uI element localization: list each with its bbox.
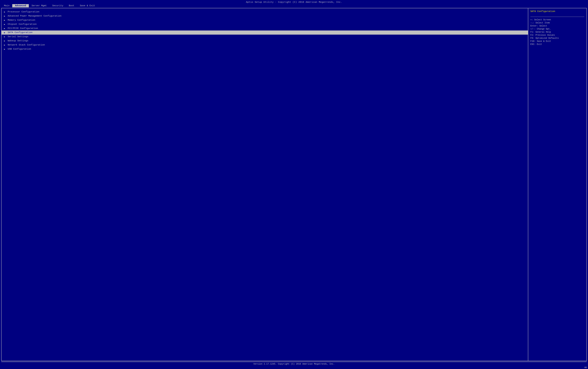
menu-item-processor-config[interactable]: ▶Processor Configuration	[1, 10, 528, 14]
menu-item-label: Chipset Configuration	[8, 23, 37, 26]
arrow-icon: ▶	[4, 23, 6, 26]
arrow-icon: ▶	[4, 11, 6, 13]
menu-item-wakeup-settings[interactable]: ▶Wakeup Settings	[1, 39, 528, 43]
tab-bar: MainAdvancedServer MgmtSecurityBootSave …	[0, 4, 588, 7]
menu-item-label: USB Configuration	[8, 48, 31, 50]
menu-item-usb-config[interactable]: ▶USB Configuration	[1, 47, 528, 51]
help-line: F2: Previous Values	[530, 34, 584, 36]
arrow-icon: ▶	[4, 15, 6, 17]
tab-advanced[interactable]: Advanced	[12, 4, 29, 7]
menu-item-label: Network Stack Configuration	[8, 44, 45, 46]
menu-item-label: Memory Configuration	[8, 19, 35, 21]
menu-item-label: Processor Configuration	[8, 10, 39, 13]
title-text: Aptio Setup Utility - Copyright (C) 2016…	[246, 1, 342, 3]
help-line: F10: Save & Exit	[530, 40, 584, 42]
menu-item-label: Wakeup Settings	[8, 40, 28, 42]
arrow-icon: ▶	[4, 44, 6, 46]
help-line: Enter: Select	[530, 25, 584, 27]
menu-item-serial-settings[interactable]: ▶Serial Settings	[1, 35, 528, 39]
menu-item-label: Advanced Power Management Configuration	[8, 15, 62, 17]
arrow-icon: ▶	[4, 40, 6, 42]
tab-boot[interactable]: Boot	[66, 4, 77, 7]
arrow-icon: ▶	[4, 31, 6, 34]
menu-item-network-stack-config[interactable]: ▶Network Stack Configuration	[1, 43, 528, 47]
bottom-bar-label: AB	[584, 366, 587, 369]
tab-save-exit[interactable]: Save & Exit	[77, 4, 98, 7]
footer: Version 2.17.1245. Copyright (C) 2016 Am…	[1, 362, 587, 366]
arrow-icon: ▶	[4, 48, 6, 50]
right-panel-divider	[530, 17, 584, 17]
footer-text: Version 2.17.1245. Copyright (C) 2016 Am…	[253, 363, 335, 365]
help-section: ⇔: Select Screen↑↓: Select ItemEnter: Se…	[530, 18, 584, 45]
menu-item-pci-pcie-config[interactable]: ▶PCI/PCIE Configuration	[1, 26, 528, 31]
tab-server-mgmt[interactable]: Server Mgmt	[29, 4, 50, 7]
tab-security[interactable]: Security	[50, 4, 66, 7]
bottom-bar: AB	[0, 366, 588, 369]
menu-item-advanced-power[interactable]: ▶Advanced Power Management Configuration	[1, 14, 528, 18]
help-line: F1: General Help	[530, 31, 584, 33]
tab-main[interactable]: Main	[1, 4, 12, 7]
help-line: F9: Optimized Defaults	[530, 37, 584, 39]
left-panel: ▶Processor Configuration▶Advanced Power …	[1, 8, 528, 361]
menu-item-memory-config[interactable]: ▶Memory Configuration	[1, 18, 528, 22]
help-line: ESC: Exit	[530, 43, 584, 45]
menu-item-sata-config[interactable]: ▶SATA Configuration	[1, 31, 528, 35]
title-bar: Aptio Setup Utility - Copyright (C) 2016…	[0, 0, 588, 4]
right-panel: SATA Configuration ⇔: Select Screen↑↓: S…	[528, 8, 587, 361]
menu-item-label: Serial Settings	[8, 35, 28, 38]
arrow-icon: ▶	[4, 19, 6, 21]
menu-item-label: PCI/PCIE Configuration	[8, 27, 38, 30]
main-area: ▶Processor Configuration▶Advanced Power …	[1, 8, 587, 361]
menu-item-chipset-config[interactable]: ▶Chipset Configuration	[1, 22, 528, 26]
help-line: +/-: Change Opt.	[530, 28, 584, 30]
right-panel-title: SATA Configuration	[530, 10, 584, 13]
arrow-icon: ▶	[4, 36, 6, 38]
help-line: ⇔: Select Screen	[530, 18, 584, 21]
menu-item-label: SATA Configuration	[8, 31, 32, 34]
help-line: ↑↓: Select Item	[530, 21, 584, 24]
arrow-icon: ▶	[4, 27, 6, 30]
